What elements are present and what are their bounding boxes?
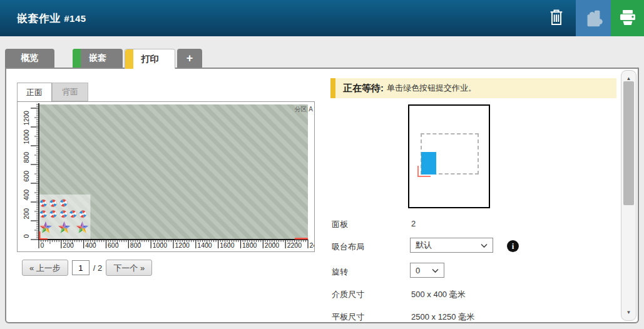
tab-print-accent [125, 49, 133, 69]
content-panel: 正面 背面 0200400600800100012001400160018002… [5, 68, 639, 323]
page-number-input[interactable] [72, 260, 89, 275]
tab-overview[interactable]: 概览 [5, 49, 54, 68]
table-layout-label: 吸台布局 [332, 241, 364, 253]
nesting-layout-chart[interactable]: 0200400600800100012001400160018002000220… [17, 101, 315, 252]
printer-icon [618, 8, 638, 29]
svg-text:200: 200 [23, 208, 30, 220]
tab-nesting[interactable]: 嵌套 [73, 49, 123, 68]
status-banner: 正在等待: 单击绿色按钮提交作业。 [330, 78, 616, 98]
table-layout-value: 默认 [416, 240, 432, 251]
tab-add-button[interactable]: + [177, 49, 202, 68]
media-size-value: 500 x 400 毫米 [411, 289, 466, 300]
status-message: 单击绿色按钮提交作业。 [387, 83, 476, 94]
svg-text:0: 0 [41, 241, 44, 249]
svg-text:1600: 1600 [220, 241, 235, 249]
scroll-up-icon[interactable]: ▲ [621, 76, 636, 81]
svg-text:2200: 2200 [287, 241, 302, 249]
tab-overview-label: 概览 [21, 53, 39, 64]
trash-icon [548, 8, 565, 29]
plus-icon: + [187, 52, 193, 65]
svg-text:0: 0 [23, 235, 30, 238]
puzzle-icon [583, 7, 604, 30]
zone-label: 分区 A [295, 106, 314, 113]
page-title: 嵌套作业 #145 [17, 11, 86, 26]
scroll-down-icon[interactable]: ▼ [621, 310, 636, 315]
plugins-button[interactable] [576, 0, 611, 36]
svg-text:2000: 2000 [265, 241, 280, 249]
tab-print[interactable]: 打印 [125, 49, 175, 69]
svg-text:1400: 1400 [197, 241, 212, 249]
delete-job-button[interactable] [537, 0, 576, 36]
page-navigation: « 上一步 / 2 下一个 » [22, 260, 152, 276]
panels-label: 面板 [332, 219, 348, 230]
tab-back-side[interactable]: 背面 [52, 83, 88, 101]
info-icon[interactable]: i [507, 240, 519, 252]
svg-text:800: 800 [23, 152, 30, 163]
page-count-label: / 2 [93, 263, 102, 273]
svg-text:1000: 1000 [153, 241, 168, 249]
vertical-scrollbar[interactable]: ▲ ▼ [621, 70, 636, 321]
tab-nesting-label: 嵌套 [89, 53, 106, 64]
scrollbar-thumb[interactable] [623, 81, 634, 205]
svg-text:2400: 2400 [310, 241, 315, 249]
svg-text:1000: 1000 [23, 129, 30, 144]
rotation-select[interactable]: 0 [410, 263, 444, 278]
svg-text:1800: 1800 [242, 241, 257, 249]
svg-text:1200: 1200 [23, 111, 30, 126]
tab-nesting-accent [73, 49, 81, 68]
svg-text:400: 400 [23, 190, 30, 201]
svg-text:1200: 1200 [175, 241, 190, 249]
next-page-button[interactable]: 下一个 » [106, 260, 152, 276]
header-actions [537, 0, 644, 36]
media-size-label: 介质尺寸 [332, 289, 364, 300]
status-title: 正在等待: [343, 83, 384, 94]
bed-size-value: 2500 x 1250 毫米 [411, 311, 474, 323]
rotation-label: 旋转 [332, 266, 348, 278]
chevron-down-icon [432, 266, 439, 275]
bed-size-label: 平板尺寸 [332, 311, 364, 323]
origin-corner-mark [417, 166, 431, 177]
prev-page-button[interactable]: « 上一步 [22, 260, 68, 276]
tab-print-label: 打印 [141, 54, 159, 65]
tab-front-side[interactable]: 正面 [17, 83, 52, 101]
title-bar: 嵌套作业 #145 [0, 0, 644, 36]
table-layout-select[interactable]: 默认 [410, 238, 493, 253]
panels-value: 2 [411, 219, 416, 228]
flatbed-preview [408, 104, 490, 208]
svg-text:600: 600 [23, 171, 30, 182]
print-button[interactable] [611, 0, 644, 36]
rotation-value: 0 [416, 266, 420, 275]
chevron-down-icon [481, 241, 488, 250]
